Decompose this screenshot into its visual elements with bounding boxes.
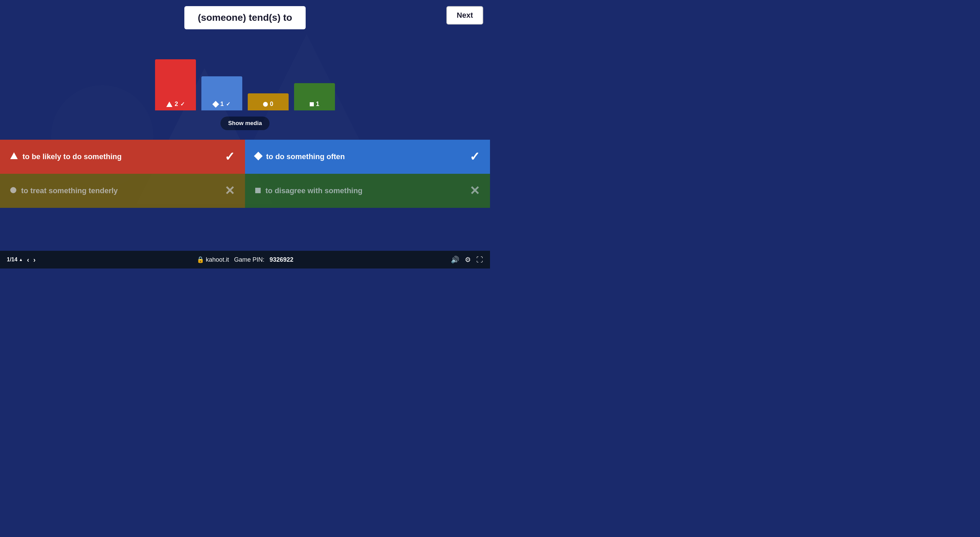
progress-triangle: ▲ (19, 257, 23, 262)
bar-red: 2 ✓ (155, 59, 196, 110)
answer-option-blue: to do something often ✓ (245, 140, 490, 174)
circle-icon (263, 102, 268, 106)
chart-area: 2 ✓ 1 ✓ 0 1 (0, 35, 490, 114)
bar-gold-count: 0 (270, 100, 273, 108)
next-button[interactable]: Next (446, 6, 483, 25)
question-text: (someone) tend(s) to (198, 12, 293, 23)
progress-value: 1/14 (7, 257, 18, 263)
bar-gold: 0 (248, 93, 289, 110)
answer-green-result: ✕ (469, 184, 480, 198)
bar-green-label: 1 (294, 98, 335, 110)
footer-game-pin-label: Game PIN: (234, 256, 264, 263)
triangle-icon (166, 102, 172, 107)
answer-red-text: to be likely to do something (22, 152, 224, 161)
footer-site: kahoot.it (206, 256, 229, 263)
footer-game-pin: 9326922 (269, 256, 293, 263)
bar-green: 1 (294, 83, 335, 110)
bar-red-label: 2 ✓ (155, 98, 196, 110)
bar-green-count: 1 (316, 100, 319, 108)
answer-diamond-icon (255, 152, 261, 161)
progress-text: 1/14 ▲ (7, 257, 23, 263)
question-box: (someone) tend(s) to (185, 6, 306, 29)
answer-option-green: to disagree with something ✕ (245, 174, 490, 208)
answer-green-text: to disagree with something (266, 186, 469, 195)
square-icon (310, 102, 314, 106)
answer-gold-text: to treat something tenderly (21, 186, 224, 195)
bar-blue-count: 1 (220, 100, 224, 108)
footer-center: 🔒 kahoot.it Game PIN: 9326922 (48, 256, 442, 264)
bar-red-check: ✓ (180, 101, 185, 107)
bar-blue-wrapper: 1 ✓ (201, 42, 242, 110)
answer-gold-result: ✕ (224, 184, 235, 198)
bar-green-wrapper: 1 (294, 42, 335, 110)
bar-blue-label: 1 ✓ (201, 98, 242, 110)
answer-blue-result: ✓ (469, 149, 480, 164)
answer-triangle-icon (10, 152, 18, 161)
bar-red-wrapper: 2 ✓ (155, 42, 196, 110)
answer-square-icon (255, 186, 261, 195)
diamond-icon (213, 101, 220, 108)
bar-blue-check: ✓ (226, 101, 230, 107)
footer-prev-button[interactable]: ‹ (27, 256, 29, 264)
bar-gold-label: 0 (248, 98, 289, 110)
lock-icon: 🔒 (197, 256, 204, 263)
footer-left: 1/14 ▲ ‹ › (7, 256, 48, 264)
answer-option-red: to be likely to do something ✓ (0, 140, 245, 174)
answer-circle-icon (10, 186, 16, 195)
bar-blue: 1 ✓ (201, 76, 242, 110)
fullscreen-icon[interactable]: ⛶ (476, 256, 483, 264)
volume-icon[interactable]: 🔊 (451, 256, 459, 264)
answer-blue-text: to do something often (266, 152, 469, 161)
show-media-button[interactable]: Show media (221, 116, 269, 130)
show-media-area: Show media (0, 116, 490, 130)
footer-right: 🔊 ⚙ ⛶ (442, 256, 483, 264)
settings-icon[interactable]: ⚙ (465, 256, 471, 264)
answer-option-gold: to treat something tenderly ✕ (0, 174, 245, 208)
header: (someone) tend(s) to Next (0, 0, 490, 35)
bar-gold-wrapper: 0 (248, 42, 289, 110)
answers-grid: to be likely to do something ✓ to do som… (0, 140, 490, 208)
answer-red-result: ✓ (224, 149, 235, 164)
footer-next-button[interactable]: › (33, 256, 36, 264)
bar-red-count: 2 (175, 100, 178, 108)
footer: 1/14 ▲ ‹ › 🔒 kahoot.it Game PIN: 9326922… (0, 251, 490, 268)
